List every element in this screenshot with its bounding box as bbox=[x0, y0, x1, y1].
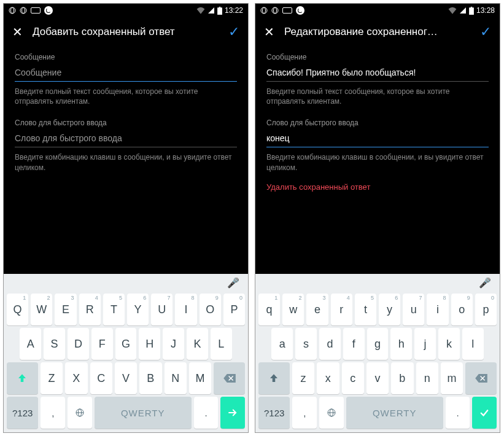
keyboard-indicator-icon bbox=[31, 7, 41, 14]
mic-icon[interactable]: 🎤 bbox=[227, 277, 239, 289]
wifi-icon bbox=[448, 7, 457, 14]
svg-point-12 bbox=[274, 8, 277, 14]
key-w[interactable]: W2 bbox=[31, 294, 52, 325]
symbols-key[interactable]: ?123 bbox=[7, 397, 38, 429]
confirm-icon[interactable]: ✓ bbox=[480, 24, 491, 40]
period-key[interactable]: . bbox=[194, 397, 219, 429]
key-f[interactable]: F bbox=[91, 328, 113, 360]
clock: 13:22 bbox=[225, 6, 243, 15]
key-d[interactable]: D bbox=[68, 328, 89, 360]
space-key[interactable]: QWERTY bbox=[95, 397, 192, 429]
enter-key[interactable] bbox=[472, 397, 497, 429]
shazam-icon bbox=[296, 6, 304, 15]
key-c[interactable]: c bbox=[342, 362, 364, 394]
shortcut-hint: Введите комбинацию клавиш в сообщении, и… bbox=[266, 152, 489, 172]
confirm-icon[interactable]: ✓ bbox=[228, 24, 239, 40]
enter-key[interactable] bbox=[220, 397, 245, 429]
shortcut-input[interactable] bbox=[15, 131, 237, 147]
key-p[interactable]: P0 bbox=[223, 294, 245, 325]
shortcut-input[interactable] bbox=[266, 131, 489, 147]
key-v[interactable]: V bbox=[115, 362, 137, 394]
backspace-key[interactable] bbox=[465, 362, 497, 394]
key-b[interactable]: B bbox=[139, 362, 161, 394]
battery-icon bbox=[469, 7, 474, 15]
key-u[interactable]: u7 bbox=[403, 294, 424, 325]
key-v[interactable]: v bbox=[366, 362, 389, 394]
symbols-key[interactable]: ?123 bbox=[258, 397, 290, 429]
shift-key[interactable] bbox=[258, 362, 290, 394]
signal-icon bbox=[459, 7, 467, 14]
key-y[interactable]: Y6 bbox=[127, 294, 149, 325]
period-key[interactable]: . bbox=[446, 397, 470, 429]
key-x[interactable]: x bbox=[317, 362, 339, 394]
key-p[interactable]: p0 bbox=[475, 294, 497, 325]
key-n[interactable]: n bbox=[416, 362, 438, 394]
key-y[interactable]: y6 bbox=[379, 294, 400, 325]
keyboard[interactable]: 🎤 Q1W2E3R4T5Y6U7I8O9P0ASDFGHJKLZXCVBNM?1… bbox=[4, 274, 248, 432]
key-r[interactable]: r4 bbox=[331, 294, 352, 325]
key-h[interactable]: H bbox=[139, 328, 160, 360]
key-a[interactable]: a bbox=[271, 328, 293, 360]
key-s[interactable]: s bbox=[295, 328, 317, 360]
form-content: Сообщение Введите полный текст сообщения… bbox=[255, 47, 500, 274]
key-e[interactable]: e3 bbox=[306, 294, 328, 325]
key-c[interactable]: C bbox=[90, 362, 112, 394]
key-l[interactable]: L bbox=[211, 328, 232, 360]
key-g[interactable]: g bbox=[367, 328, 389, 360]
globe-key[interactable] bbox=[319, 397, 344, 429]
key-u[interactable]: U7 bbox=[151, 294, 173, 325]
key-o[interactable]: O9 bbox=[200, 294, 221, 325]
backspace-key[interactable] bbox=[214, 362, 245, 394]
key-w[interactable]: w2 bbox=[282, 294, 304, 325]
svg-point-1 bbox=[11, 8, 14, 14]
key-q[interactable]: q1 bbox=[258, 294, 280, 325]
delete-saved-reply[interactable]: Удалить сохраненный ответ bbox=[266, 182, 489, 192]
page-title: Редактирование сохраненног… bbox=[284, 26, 470, 38]
status-bar: 13:22 bbox=[4, 4, 248, 17]
svg-rect-5 bbox=[219, 7, 221, 7]
opera-icon bbox=[260, 7, 268, 14]
battery-icon bbox=[217, 7, 222, 15]
message-input[interactable] bbox=[15, 65, 237, 82]
key-b[interactable]: b bbox=[391, 362, 413, 394]
key-a[interactable]: A bbox=[20, 328, 41, 360]
key-j[interactable]: j bbox=[414, 328, 436, 360]
key-d[interactable]: d bbox=[319, 328, 341, 360]
comma-key[interactable]: , bbox=[292, 397, 317, 429]
key-n[interactable]: N bbox=[165, 362, 187, 394]
key-z[interactable]: z bbox=[292, 362, 314, 394]
key-i[interactable]: i8 bbox=[427, 294, 448, 325]
key-i[interactable]: I8 bbox=[175, 294, 196, 325]
shazam-icon bbox=[44, 6, 53, 15]
key-q[interactable]: Q1 bbox=[7, 294, 28, 325]
key-t[interactable]: T5 bbox=[103, 294, 125, 325]
comma-key[interactable]: , bbox=[41, 397, 65, 429]
key-t[interactable]: t5 bbox=[355, 294, 376, 325]
key-e[interactable]: E3 bbox=[55, 294, 76, 325]
message-input[interactable] bbox=[266, 65, 489, 82]
close-icon[interactable]: ✕ bbox=[264, 25, 274, 39]
key-s[interactable]: S bbox=[44, 328, 65, 360]
keyboard[interactable]: 🎤 q1w2e3r4t5y6u7i8o9p0asdfghjklzxcvbnm?1… bbox=[255, 274, 500, 432]
key-f[interactable]: f bbox=[343, 328, 365, 360]
key-j[interactable]: J bbox=[163, 328, 184, 360]
key-m[interactable]: m bbox=[441, 362, 463, 394]
shortcut-label: Слово для быстрого ввода bbox=[266, 119, 489, 127]
key-g[interactable]: G bbox=[115, 328, 137, 360]
close-icon[interactable]: ✕ bbox=[12, 25, 23, 39]
key-o[interactable]: o9 bbox=[451, 294, 473, 325]
key-h[interactable]: h bbox=[390, 328, 412, 360]
key-l[interactable]: l bbox=[462, 328, 484, 360]
phone-right: 13:28 ✕ Редактирование сохраненног… ✓ Со… bbox=[255, 3, 500, 433]
key-z[interactable]: Z bbox=[41, 362, 63, 394]
mic-icon[interactable]: 🎤 bbox=[479, 277, 491, 289]
key-k[interactable]: k bbox=[438, 328, 460, 360]
key-r[interactable]: R4 bbox=[79, 294, 101, 325]
globe-key[interactable] bbox=[68, 397, 92, 429]
key-m[interactable]: M bbox=[189, 362, 211, 394]
key-k[interactable]: K bbox=[187, 328, 208, 360]
svg-point-9 bbox=[261, 7, 267, 14]
key-x[interactable]: X bbox=[65, 362, 87, 394]
space-key[interactable]: QWERTY bbox=[346, 397, 443, 429]
shift-key[interactable] bbox=[7, 362, 38, 394]
